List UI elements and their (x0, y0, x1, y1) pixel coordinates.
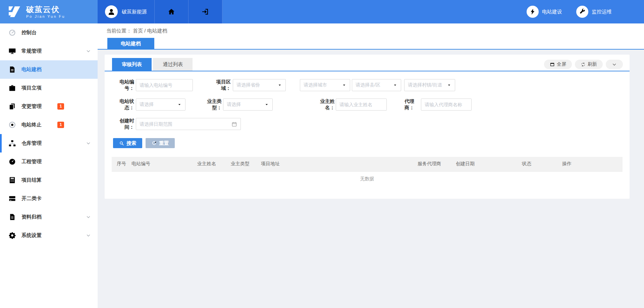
document-icon (8, 66, 16, 73)
col-project-address: 项目地址 (256, 157, 413, 171)
col-service-agent: 服务代理商 (413, 157, 451, 171)
nav-monitor-ops[interactable]: 监控运维 (576, 6, 612, 18)
breadcrumb-separator: / (144, 28, 146, 34)
logo-icon (7, 4, 22, 19)
station-status-label: 电站状态： (113, 98, 134, 111)
home-button[interactable] (155, 0, 189, 23)
owner-name-input[interactable] (339, 102, 383, 107)
date-range-input[interactable] (140, 121, 237, 127)
user-icon (107, 7, 116, 16)
station-no-input-wrap (136, 79, 193, 91)
town-select[interactable]: 请选择村镇/街道 (404, 79, 455, 91)
owner-name-input-wrap (336, 99, 387, 111)
sidebar-item-station-terminate[interactable]: 电站终止 1 (0, 116, 98, 134)
card-icon (8, 195, 16, 202)
sidebar-item-station-archive[interactable]: 电站建档 (0, 60, 98, 79)
calculator-icon (8, 176, 16, 184)
date-range-picker[interactable] (136, 118, 241, 130)
agent-input-wrap (421, 99, 472, 111)
user-name: 破茧新能源 (122, 9, 147, 15)
chevron-down-icon (86, 49, 91, 54)
logout-button[interactable] (189, 0, 222, 23)
chevron-down-icon (86, 141, 91, 146)
app-logo: 破茧云伏 Po Jian Yun Fu (0, 0, 98, 23)
sidebar-item-change-mgmt[interactable]: 变更管理 1 (0, 97, 98, 116)
results-table: 序号 电站编号 业主姓名 业主类型 项目地址 服务代理商 创建日期 状态 操作 … (112, 157, 623, 187)
filter-form: 电站编号： 项目区域： 请选择省份 请选择城市 请选择县/区 (105, 71, 630, 130)
fullscreen-button[interactable]: 全屏 (544, 60, 572, 69)
logo-subtitle: Po Jian Yun Fu (26, 14, 65, 18)
sidebar-item-data-archive[interactable]: 资料归档 (0, 208, 98, 226)
tab-review-list[interactable]: 审核列表 (112, 58, 152, 71)
region-label: 项目区域： (208, 79, 231, 91)
empty-row: 无数据 (112, 171, 623, 187)
breadcrumb-bar: 当前位置： 首页 / 电站建档 电站建档 (98, 23, 644, 50)
page-tab-station-archive[interactable]: 电站建档 (107, 38, 154, 49)
caret-down-icon (177, 102, 182, 107)
sidebar-item-console[interactable]: 控制台 (0, 23, 98, 42)
dashboard-icon (8, 29, 16, 37)
sidebar-item-project-approval[interactable]: 项目立项 (0, 79, 98, 97)
app-header: 破茧云伏 Po Jian Yun Fu 破茧新能源 电站建设 监控运维 (0, 0, 644, 23)
col-station-no: 电站编号 (126, 157, 192, 171)
station-status-select[interactable]: 请选择 (136, 99, 185, 111)
breadcrumb-prefix: 当前位置： (106, 28, 131, 34)
sidebar-item-warehouse-mgmt[interactable]: 仓库管理 (0, 134, 98, 152)
monitor-icon (8, 47, 16, 55)
sitemap-icon (8, 139, 16, 147)
station-no-input[interactable] (140, 82, 189, 88)
sidebar-item-system-settings[interactable]: 系统设置 (0, 226, 98, 245)
col-owner-type: 业主类型 (226, 157, 256, 171)
window-icon (550, 62, 555, 67)
sidebar: 控制台 常规管理 电站建档 项目立项 变更管理 1 电站终止 1 仓库管理 工程… (0, 23, 98, 308)
caret-down-icon (393, 83, 397, 87)
refresh-button[interactable]: 刷新 (575, 60, 603, 69)
empty-text: 无数据 (112, 171, 623, 187)
tab-passed-list[interactable]: 通过列表 (153, 58, 193, 71)
target-icon (8, 121, 16, 129)
sidebar-item-open-card[interactable]: 开二类卡 (0, 189, 98, 208)
table-header-row: 序号 电站编号 业主姓名 业主类型 项目地址 服务代理商 创建日期 状态 操作 (112, 157, 623, 171)
breadcrumb-current: 电站建档 (147, 28, 167, 34)
create-time-label: 创建时间： (113, 118, 134, 130)
login-arrow-icon (201, 8, 209, 16)
station-no-label: 电站编号： (113, 79, 134, 91)
nav-station-build[interactable]: 电站建设 (527, 6, 562, 18)
col-index: 序号 (112, 157, 126, 171)
sidebar-item-engineering-mgmt[interactable]: 工程管理 (0, 152, 98, 171)
copy-icon (8, 103, 16, 110)
caret-down-icon (342, 83, 346, 87)
city-select[interactable]: 请选择城市 (300, 79, 350, 91)
briefcase-icon (8, 84, 16, 92)
content-panel: 审核列表 通过列表 全屏 刷新 电站编号： (105, 55, 630, 199)
owner-type-label: 业主类型： (199, 98, 222, 111)
sidebar-item-project-settlement[interactable]: 项目结算 (0, 171, 98, 189)
logo-title: 破茧云伏 (26, 5, 65, 14)
speedometer-icon (8, 158, 16, 166)
wrench-icon (579, 8, 586, 15)
user-menu[interactable]: 破茧新能源 (98, 0, 155, 23)
chevron-down-icon (86, 214, 91, 220)
refresh-icon (581, 62, 586, 67)
agent-input[interactable] (425, 102, 468, 107)
breadcrumb-home-link[interactable]: 首页 (133, 28, 143, 34)
col-create-date: 创建日期 (451, 157, 517, 171)
badge-count: 1 (57, 103, 64, 110)
bolt-icon (529, 8, 536, 15)
reset-button[interactable]: 重置 (146, 138, 175, 148)
sidebar-item-general-mgmt[interactable]: 常规管理 (0, 42, 98, 60)
breadcrumb: 当前位置： 首页 / 电站建档 (106, 28, 167, 34)
chevron-down-icon (86, 233, 91, 238)
col-owner-name: 业主姓名 (192, 157, 226, 171)
gear-icon (8, 232, 16, 239)
owner-name-label: 业主姓名： (315, 98, 335, 111)
caret-down-icon (264, 102, 269, 107)
county-select[interactable]: 请选择县/区 (352, 79, 401, 91)
search-button[interactable]: 搜索 (113, 138, 142, 148)
province-select[interactable]: 请选择省份 (233, 79, 286, 91)
search-icon (119, 141, 124, 146)
chevron-down-icon (612, 62, 617, 67)
collapse-button[interactable] (606, 60, 623, 69)
caret-down-icon (447, 83, 451, 87)
owner-type-select[interactable]: 请选择 (223, 99, 273, 111)
